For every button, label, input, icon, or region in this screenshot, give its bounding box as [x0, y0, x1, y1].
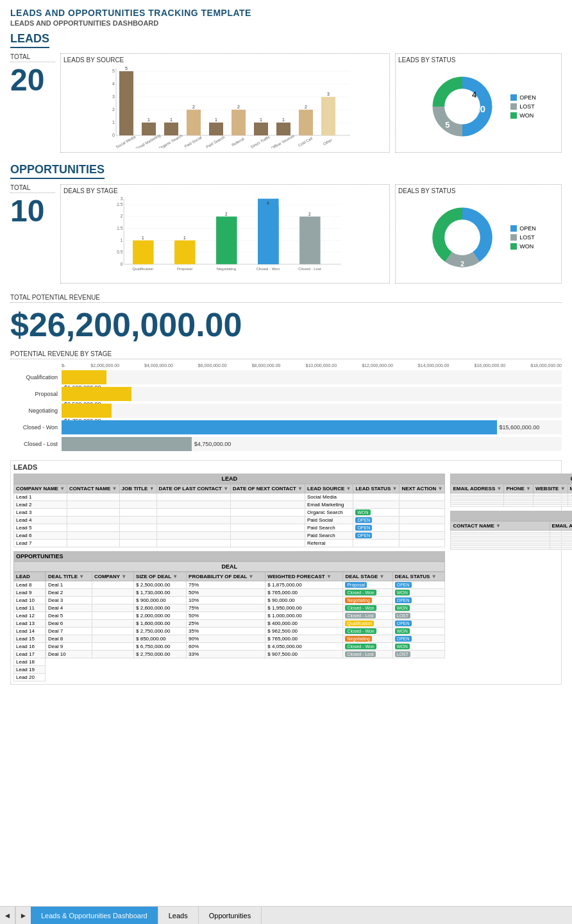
- lead-labels-col: LEAD Lead 8 Lead 9 Lead 10 Lead 11 Lead …: [13, 572, 46, 681]
- svg-text:1: 1: [282, 117, 285, 122]
- list-item: Lead 19: [14, 666, 46, 674]
- hbar-closed-lost: Closed - Lost $4,750,000.00: [10, 437, 562, 451]
- svg-text:1: 1: [260, 117, 262, 122]
- hbar-track-negotiating: $1,750,000.00: [62, 404, 562, 418]
- svg-text:10: 10: [475, 104, 486, 114]
- leads-table-title: LEADS: [13, 463, 559, 471]
- nav-tab-leads[interactable]: Leads: [158, 907, 199, 925]
- opps-open-color: [510, 225, 517, 232]
- opps-section-title: OPPORTUNITIES: [10, 163, 105, 179]
- leads-total-number: 20: [10, 65, 55, 96]
- opps-donut-chart: DEALS BY STATUS: [395, 184, 562, 284]
- col-job: JOB TITLE ▼: [119, 484, 156, 493]
- leads-table-header: COMPANY NAME ▼ CONTACT NAME ▼ JOB TITLE …: [14, 484, 445, 493]
- svg-rect-63: [174, 241, 196, 264]
- revenue-label: TOTAL POTENTIAL REVENUE: [10, 294, 562, 303]
- lead-sub-header: LEAD: [13, 474, 445, 484]
- table-row: Deal 9$ 6,750,000.0060%$ 4,050,000.00Clo…: [46, 643, 445, 651]
- lost-color: [510, 103, 517, 110]
- svg-text:Closed - Won: Closed - Won: [257, 267, 280, 271]
- svg-text:2: 2: [308, 212, 311, 216]
- leads-tables-container: LEAD COMPANY NAME ▼ CONTACT NAME ▼ JOB T…: [13, 474, 559, 681]
- list-item: Lead 10: [14, 597, 46, 604]
- opps-donut-content: 4 2 4 OPEN LOST: [398, 196, 559, 279]
- col-last-contact: DATE OF LAST CONTACT ▼: [156, 484, 231, 493]
- table-row: Lead 5Paid SearchOPEN: [14, 524, 445, 532]
- hbar-proposal: Proposal $2,500,000.00: [10, 387, 562, 401]
- svg-text:Cold Call: Cold Call: [298, 137, 313, 148]
- opps-donut-legend: OPEN LOST WON: [510, 225, 536, 250]
- hbar-label-qualification: Qualification: [10, 374, 62, 381]
- list-item: Lead 20: [14, 674, 46, 681]
- opps-donut-svg: 4 2 4: [421, 196, 504, 279]
- bottom-nav: ◄ ► Leads & Opportunities Dashboard Lead…: [0, 906, 572, 924]
- leads-bar-title: LEADS BY SOURCE: [63, 56, 387, 64]
- opps-open-label: OPEN: [519, 225, 536, 232]
- won-label: WON: [519, 112, 534, 119]
- svg-rect-15: [142, 123, 156, 135]
- leads-total-label: TOTAL: [10, 53, 55, 62]
- svg-rect-23: [231, 110, 246, 135]
- svg-text:2: 2: [237, 105, 240, 109]
- open-color: [510, 94, 517, 101]
- svg-text:Closed - Lost: Closed - Lost: [298, 267, 321, 271]
- table-row: Deal 5$ 2,000,000.0050%$ 1,000,000.00Clo…: [46, 612, 445, 620]
- svg-text:1: 1: [147, 117, 150, 122]
- hbar-closed-won: Closed - Won $15,600,000.00: [10, 420, 562, 434]
- svg-text:1.5: 1.5: [117, 226, 122, 230]
- list-item: Lead 11: [14, 604, 46, 612]
- svg-rect-68: [258, 206, 279, 264]
- opps-contact-table: CONTACT NAME ▼ EMAIL ADDRESS ▼ PHONE ▼ N…: [450, 521, 572, 550]
- contact-header-row: EMAIL ADDRESS ▼ PHONE ▼ WEBSITE ▼ MAILIN…: [451, 484, 572, 493]
- svg-text:Email Marketing: Email Marketing: [135, 133, 161, 148]
- opps-contact-header: CONTACT INFO: [450, 511, 572, 521]
- sub-title: LEADS AND OPPORTUNITIES DASHBOARD: [10, 19, 562, 27]
- list-item: Lead 8: [14, 581, 46, 589]
- opps-total-label: TOTAL: [10, 184, 55, 193]
- svg-text:1: 1: [112, 120, 115, 124]
- opps-leads-deals: LEAD Lead 8 Lead 9 Lead 10 Lead 11 Lead …: [13, 572, 445, 681]
- list-item: Lead 15: [14, 635, 46, 643]
- svg-rect-29: [299, 110, 313, 135]
- table-row: Deal 6$ 1,600,000.0025%$ 400,000.00Quali…: [46, 620, 445, 628]
- opps-legend-won: WON: [510, 243, 536, 250]
- leads-donut-legend: OPEN LOST WON: [510, 94, 536, 119]
- svg-text:4: 4: [472, 90, 477, 99]
- svg-text:0: 0: [121, 262, 123, 266]
- opps-legend-open: OPEN: [510, 225, 536, 232]
- nav-tab-opportunities[interactable]: Opportunities: [199, 907, 262, 925]
- leads-section: LEADS TOTAL 20 LEADS BY SOURCE 0 1 2 3: [10, 32, 562, 153]
- hbar-track-proposal: $2,500,000.00: [62, 387, 562, 401]
- svg-text:Organic Search: Organic Search: [158, 133, 183, 148]
- table-row: [451, 505, 572, 507]
- svg-text:Paid Social: Paid Social: [183, 135, 202, 148]
- table-row: Deal 7$ 2,750,000.0035%$ 962,500.00Close…: [46, 628, 445, 635]
- list-item: Lead 9: [14, 589, 46, 597]
- opps-section: OPPORTUNITIES TOTAL 10 DEALS BY STAGE 0 …: [10, 163, 562, 284]
- col-status: LEAD STATUS ▼: [353, 484, 400, 493]
- table-row: Lead 1Social Media: [14, 493, 445, 501]
- nav-tab-dashboard[interactable]: Leads & Opportunities Dashboard: [31, 907, 158, 925]
- opps-legend-lost: LOST: [510, 234, 536, 241]
- hbar-value-closed-lost: $4,750,000.00: [194, 441, 231, 447]
- opps-bar-title: DEALS BY STAGE: [63, 187, 387, 194]
- opps-won-color: [510, 243, 517, 250]
- nav-prev[interactable]: ◄: [0, 907, 15, 925]
- svg-rect-19: [187, 110, 201, 135]
- svg-rect-65: [216, 217, 237, 264]
- nav-next[interactable]: ►: [15, 907, 31, 925]
- deal-sub-header: DEAL: [13, 561, 445, 572]
- list-item: Lead 13: [14, 620, 46, 628]
- svg-text:5: 5: [112, 69, 115, 73]
- contact-table: EMAIL ADDRESS ▼ PHONE ▼ WEBSITE ▼ MAILIN…: [450, 484, 572, 507]
- svg-text:Social Media: Social Media: [115, 135, 137, 148]
- opps-total-number: 10: [10, 196, 55, 227]
- deals-header: DEAL TITLE ▼ COMPANY ▼ SIZE OF DEAL ▼ PR…: [46, 572, 445, 581]
- revenue-amount: $26,200,000.00: [10, 305, 562, 344]
- leads-left-table: LEAD COMPANY NAME ▼ CONTACT NAME ▼ JOB T…: [13, 474, 445, 681]
- leads-donut-svg: 4 10 5: [421, 65, 504, 148]
- opps-total-box: TOTAL 10: [10, 184, 55, 284]
- hbar-label-proposal: Proposal: [10, 391, 62, 397]
- svg-rect-27: [276, 123, 290, 135]
- leads-donut-chart: LEADS BY STATUS: [395, 53, 562, 153]
